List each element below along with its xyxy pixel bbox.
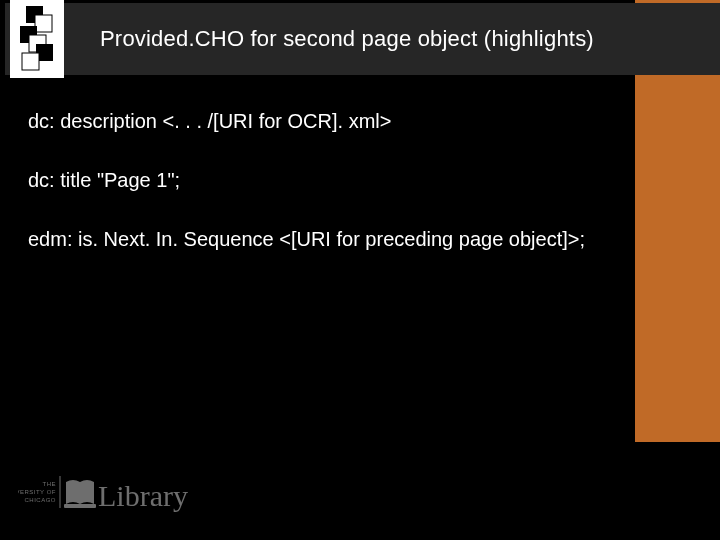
slide-title: Provided.CHO for second page object (hig… [100, 26, 594, 52]
footer-logo: THE UNIVERSITY OF CHICAGO Library [18, 468, 218, 526]
header-logo [10, 0, 64, 78]
code-line: dc: title "Page 1"; [28, 169, 690, 192]
svg-rect-8 [64, 504, 96, 508]
slide-body: dc: description <. . . /[URI for OCR]. x… [28, 110, 690, 287]
title-bar: Provided.CHO for second page object (hig… [5, 3, 720, 75]
svg-rect-6 [22, 53, 39, 70]
footer-wordmark: Library [98, 479, 188, 512]
footer-tagline: CHICAGO [24, 497, 56, 503]
code-line: dc: description <. . . /[URI for OCR]. x… [28, 110, 690, 133]
footer-tagline: UNIVERSITY OF [18, 489, 56, 495]
svg-rect-2 [35, 15, 52, 32]
footer-tagline: THE [43, 481, 57, 487]
code-line: edm: is. Next. In. Sequence <[URI for pr… [28, 228, 690, 251]
